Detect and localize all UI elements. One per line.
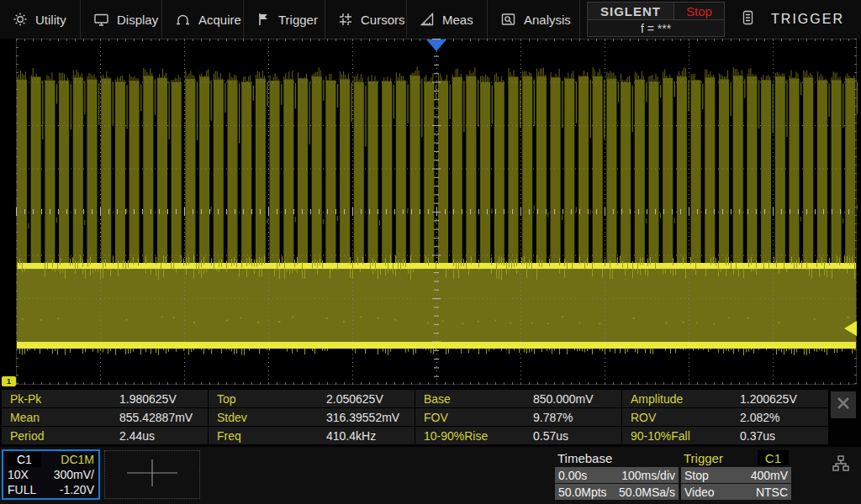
waveform-display[interactable]: 1 [0,39,861,388]
menu-utility-label: Utility [35,13,66,27]
menu-analysis[interactable]: Analysis [488,0,580,39]
bottom-bar: C1 DC1M 10X 300mV/ FULL -1.20V Timebase … [0,447,861,504]
menu-trigger[interactable]: Trigger [244,0,325,39]
trigger-level-marker[interactable] [844,321,857,336]
siglent-logo: SIGLENT [588,3,674,19]
trigger-position-marker[interactable] [426,39,446,51]
status-box: SIGLENT Stop f = *** [587,2,725,37]
menu-meas-label: Meas [442,13,473,27]
cursors-icon [338,12,353,27]
timebase-title: Timebase [557,451,612,465]
waveform-canvas[interactable] [0,39,861,388]
menu-acquire[interactable]: Acquire [162,0,244,39]
menu-display-label: Display [117,13,158,27]
timebase-delay: 0.00s [558,469,587,482]
trigger-menu-button[interactable]: TRIGGER [725,0,861,39]
plus-icon [123,458,182,491]
gear-icon [13,12,28,27]
menu-trigger-label: Trigger [278,13,318,27]
trigger-descriptor[interactable]: Trigger C1 Stop 400mV Video NTSC [681,449,791,500]
trigger-standard: NTSC [756,486,788,499]
timebase-points: 50.0Mpts [558,486,607,499]
flag-icon [256,12,271,27]
channel1-offset: -1.20V [60,483,94,496]
menu-meas[interactable]: Meas [407,0,488,39]
channel1-descriptor[interactable]: C1 DC1M 10X 300mV/ FULL -1.20V [2,449,100,500]
menu-utility[interactable]: Utility [0,0,81,39]
channel1-bandwidth: FULL [8,483,36,496]
close-measurements-button[interactable] [831,391,856,418]
menu-display[interactable]: Display [81,0,162,39]
frequency-counter: f = *** [588,20,724,36]
channel1-probe: 10X [8,468,29,481]
measurement-panel: Pk-Pk 1.980625V Top 2.050625V Base 850.0… [0,388,861,447]
trigger-level: 400mV [751,469,788,482]
measurement-rov: ROV 2.082% [622,408,828,426]
timebase-descriptor[interactable]: Timebase 0.00s 100ms/div 50.0Mpts 50.0MS… [555,449,679,500]
measurement-grid: Pk-Pk 1.980625V Top 2.050625V Base 850.0… [2,390,830,444]
close-icon [836,396,851,414]
menu-cursors[interactable]: Cursors [325,0,407,39]
channel1-offset-marker[interactable]: 1 [2,376,16,386]
add-channel-slot[interactable] [104,450,200,499]
measurement-period: Period 2.44us [2,427,208,444]
menu-acquire-label: Acquire [198,13,241,27]
measurement-stdev: Stdev 316.39552mV [209,408,415,426]
network-status-icon[interactable] [831,454,851,477]
display-icon [93,12,109,27]
trigger-source-chip: C1 [758,450,789,465]
analysis-icon [500,12,516,27]
menubar: Utility Display Acquire [0,0,861,39]
trigger-menu-label: TRIGGER [771,12,844,27]
measurement-amplitude: Amplitude 1.200625V [622,390,828,407]
measurement-pkpk: Pk-Pk 1.980625V [2,390,208,407]
measurement-freq: Freq 410.4kHz [209,427,415,444]
trigger-type: Video [684,486,715,499]
oscilloscope-screen: Utility Display Acquire [0,0,861,504]
measurement-fall: 90-10%Fall 0.37us [622,427,828,444]
trigger-title: Trigger [684,451,723,465]
measure-icon [420,12,435,27]
measurement-top: Top 2.050625V [209,390,415,407]
timebase-scale: 100ms/div [621,469,675,482]
channel1-coupling: DC1M [61,453,94,466]
timebase-samplerate: 50.0MSa/s [619,486,675,499]
trigger-list-icon [742,9,754,29]
measurement-fov: FOV 9.787% [415,408,621,426]
channel1-name-chip: C1 [8,453,41,467]
menu-cursors-label: Cursors [361,13,405,27]
measurement-mean: Mean 855.42887mV [2,408,208,426]
trigger-status: Stop [684,469,709,482]
channel1-scale: 300mV/ [54,468,94,481]
measurement-base: Base 850.000mV [415,390,621,407]
menu-analysis-label: Analysis [524,13,571,27]
acquire-icon [175,12,191,27]
measurement-rise: 10-90%Rise 0.57us [415,427,621,444]
acquisition-status[interactable]: Stop [674,3,724,19]
